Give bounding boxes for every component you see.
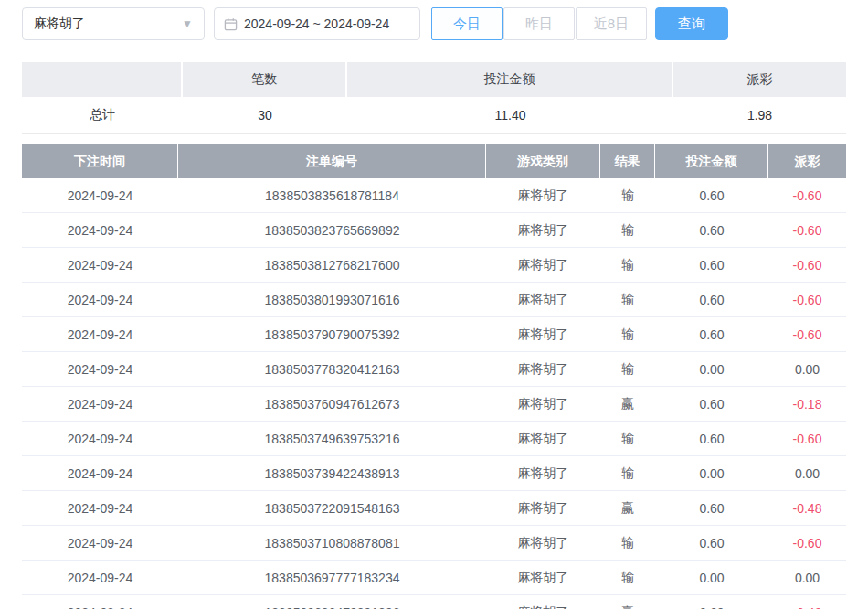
- game-select-value: 麻将胡了: [34, 16, 85, 32]
- result-cell: 输: [600, 248, 655, 283]
- bet-amount-cell: 0.60: [655, 422, 768, 456]
- table-row: 2024-09-241838503710808878081麻将胡了输0.60-0…: [22, 526, 846, 561]
- bet-amount-cell: 0.60: [655, 526, 768, 561]
- bet-time-cell: 2024-09-24: [22, 526, 178, 561]
- game-type-cell: 麻将胡了: [486, 352, 600, 387]
- payout-cell: -0.60: [768, 317, 846, 352]
- bet-time-cell: 2024-09-24: [22, 387, 178, 422]
- header-bet-time: 下注时间: [22, 144, 178, 178]
- result-cell: 输: [600, 213, 655, 248]
- table-row: 2024-09-241838503749639753216麻将胡了输0.60-0…: [22, 422, 846, 456]
- bet-amount-cell: 0.60: [655, 178, 768, 213]
- game-type-cell: 麻将胡了: [486, 491, 600, 526]
- bet-amount-cell: 0.60: [655, 317, 768, 352]
- summary-header-payout: 派彩: [673, 62, 846, 97]
- payout-cell: 0.00: [768, 561, 846, 595]
- table-row: 2024-09-241838503835618781184麻将胡了输0.60-0…: [22, 178, 846, 213]
- game-type-cell: 麻将胡了: [486, 248, 600, 283]
- table-row: 2024-09-241838503739422438913麻将胡了输0.000.…: [22, 456, 846, 491]
- bets-table-body: 2024-09-241838503835618781184麻将胡了输0.60-0…: [22, 178, 846, 609]
- payout-cell: 0.00: [768, 352, 846, 387]
- result-cell: 输: [600, 526, 655, 561]
- bet-amount-cell: 0.00: [655, 561, 768, 595]
- payout-cell: -0.60: [768, 248, 846, 283]
- bet-id-cell: 1838503749639753216: [178, 422, 486, 456]
- game-type-cell: 麻将胡了: [486, 178, 600, 213]
- payout-cell: -0.48: [768, 491, 846, 526]
- bet-time-cell: 2024-09-24: [22, 422, 178, 456]
- header-bet-amount: 投注金额: [655, 144, 768, 178]
- bet-id-cell: 1838503760947612673: [178, 387, 486, 422]
- table-row: 2024-09-241838503722091548163麻将胡了赢0.60-0…: [22, 491, 846, 526]
- payout-cell: -0.60: [768, 283, 846, 317]
- search-button[interactable]: 查询: [655, 7, 728, 40]
- last-8-days-button[interactable]: 近8日: [576, 7, 647, 40]
- summary-header-count: 笔数: [183, 62, 347, 97]
- game-type-cell: 麻将胡了: [486, 561, 600, 595]
- bet-time-cell: 2024-09-24: [22, 352, 178, 387]
- game-type-cell: 麻将胡了: [486, 422, 600, 456]
- toolbar: 麻将胡了 ▼ 2024-09-24 ~ 2024-09-24 今日 昨日 近8日…: [0, 0, 868, 40]
- payout-cell: -0.60: [768, 422, 846, 456]
- summary-table: 笔数 投注金额 派彩 总计 30 11.40 1.98: [22, 62, 846, 134]
- bet-id-cell: 1838503722091548163: [178, 491, 486, 526]
- bet-time-cell: 2024-09-24: [22, 456, 178, 491]
- summary-total-label: 总计: [22, 97, 183, 134]
- result-cell: 赢: [600, 491, 655, 526]
- table-row: 2024-09-241838503823765669892麻将胡了输0.60-0…: [22, 213, 846, 248]
- result-cell: 输: [600, 178, 655, 213]
- payout-cell: -0.60: [768, 526, 846, 561]
- bet-time-cell: 2024-09-24: [22, 561, 178, 595]
- today-button[interactable]: 今日: [431, 7, 503, 40]
- bet-id-cell: 1838503835618781184: [178, 178, 486, 213]
- bets-table-header: 下注时间 注单编号 游戏类别 结果 投注金额 派彩: [22, 144, 846, 178]
- bet-id-cell: 1838503739422438913: [178, 456, 486, 491]
- summary-count-value: 30: [183, 97, 347, 134]
- summary-header-row: 笔数 投注金额 派彩: [22, 62, 846, 97]
- bet-id-cell: 1838503778320412163: [178, 352, 486, 387]
- summary-bet-amount-value: 11.40: [347, 97, 673, 134]
- bet-id-cell: 1838503697777183234: [178, 561, 486, 595]
- result-cell: 赢: [600, 387, 655, 422]
- bet-time-cell: 2024-09-24: [22, 595, 178, 609]
- bet-id-cell: 1838503812768217600: [178, 248, 486, 283]
- result-cell: 输: [600, 283, 655, 317]
- bet-amount-cell: 0.00: [655, 456, 768, 491]
- bet-id-cell: 1838503801993071616: [178, 283, 486, 317]
- bet-time-cell: 2024-09-24: [22, 317, 178, 352]
- summary-header-blank: [22, 62, 183, 97]
- result-cell: 赢: [600, 595, 655, 609]
- bet-amount-cell: 0.60: [655, 248, 768, 283]
- calendar-icon: [224, 17, 238, 31]
- payout-cell: -0.48: [768, 595, 846, 609]
- bets-table: 下注时间 注单编号 游戏类别 结果 投注金额 派彩 2024-09-241838…: [22, 144, 846, 609]
- bet-amount-cell: 0.60: [655, 491, 768, 526]
- bet-amount-cell: 0.60: [655, 283, 768, 317]
- summary-payout-value: 1.98: [673, 97, 846, 134]
- bet-time-cell: 2024-09-24: [22, 213, 178, 248]
- bet-id-cell: 1838503790790075392: [178, 317, 486, 352]
- result-cell: 输: [600, 352, 655, 387]
- date-range-input[interactable]: 2024-09-24 ~ 2024-09-24: [214, 7, 420, 40]
- game-type-cell: 麻将胡了: [486, 317, 600, 352]
- summary-header-bet-amount: 投注金额: [347, 62, 673, 97]
- quick-filter-group: 今日 昨日 近8日: [431, 7, 648, 40]
- bet-time-cell: 2024-09-24: [22, 248, 178, 283]
- date-range-value: 2024-09-24 ~ 2024-09-24: [244, 16, 389, 31]
- chevron-down-icon: ▼: [182, 17, 193, 30]
- betting-records-page: 麻将胡了 ▼ 2024-09-24 ~ 2024-09-24 今日 昨日 近8日…: [0, 0, 868, 609]
- header-result: 结果: [600, 144, 655, 178]
- table-row: 2024-09-241838503790790075392麻将胡了输0.60-0…: [22, 317, 846, 352]
- game-select[interactable]: 麻将胡了 ▼: [22, 7, 205, 40]
- game-type-cell: 麻将胡了: [486, 283, 600, 317]
- bet-id-cell: 1838503823765669892: [178, 213, 486, 248]
- yesterday-button[interactable]: 昨日: [503, 7, 575, 40]
- result-cell: 输: [600, 422, 655, 456]
- header-payout: 派彩: [768, 144, 846, 178]
- table-row: 2024-09-241838503686478391296麻将胡了赢0.60-0…: [22, 595, 846, 609]
- bet-time-cell: 2024-09-24: [22, 283, 178, 317]
- bet-time-cell: 2024-09-24: [22, 178, 178, 213]
- payout-cell: -0.60: [768, 213, 846, 248]
- summary-total-row: 总计 30 11.40 1.98: [22, 97, 846, 134]
- bet-amount-cell: 0.60: [655, 213, 768, 248]
